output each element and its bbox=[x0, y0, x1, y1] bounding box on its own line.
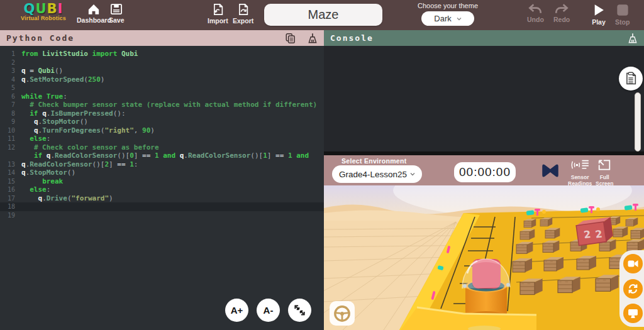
code-line: 8 if q.IsBumperPressed(): bbox=[0, 109, 324, 118]
console-title: Console bbox=[330, 33, 374, 43]
chevron-down-icon bbox=[457, 16, 462, 21]
code-line: 15 break bbox=[0, 177, 324, 186]
play-icon bbox=[592, 3, 606, 17]
import-button[interactable]: Import bbox=[208, 3, 228, 25]
play-label: Play bbox=[592, 18, 606, 26]
bow-logo bbox=[540, 162, 561, 182]
export-icon bbox=[237, 3, 249, 16]
rotate-view-icon bbox=[628, 283, 638, 294]
theme-label: Choose your theme bbox=[408, 2, 488, 9]
collapse-panel-button[interactable] bbox=[288, 299, 311, 322]
camera-icon bbox=[628, 259, 638, 268]
stop-icon bbox=[616, 3, 630, 17]
dashboard-button[interactable]: Dashboard bbox=[77, 3, 111, 24]
environment-label: Select Environment bbox=[341, 157, 406, 165]
floppy-icon bbox=[110, 3, 123, 15]
fullscreen-button[interactable]: FullScreen bbox=[596, 159, 613, 187]
document-icon bbox=[625, 72, 637, 85]
play-button[interactable]: Play bbox=[592, 3, 606, 26]
app-window: QUBI Virtual Robotics Dashboard Save Imp… bbox=[0, 0, 644, 330]
app-logo: QUBI Virtual Robotics bbox=[6, 1, 80, 21]
sensor-readings-icon bbox=[570, 159, 589, 173]
theme-select[interactable]: Dark bbox=[421, 11, 474, 26]
stop-label: Stop bbox=[615, 18, 630, 26]
fullscreen-label-1: Full bbox=[600, 174, 609, 180]
right-column: Console Select Environment Grade4-Lesson… bbox=[324, 30, 644, 330]
redo-button[interactable]: Redo bbox=[553, 3, 570, 23]
code-line: 3q = Qubi() bbox=[0, 67, 324, 75]
undo-icon bbox=[528, 3, 543, 14]
logo-subtitle: Virtual Robotics bbox=[6, 15, 80, 21]
code-line: 10 q.TurnForDegrees("right", 90) bbox=[0, 126, 324, 135]
home-icon bbox=[87, 3, 101, 15]
redo-label: Redo bbox=[553, 16, 570, 23]
code-line: 13q.ReadColorSensor()[2] == 1: bbox=[0, 160, 324, 169]
sim-header: Select Environment Grade4-Lesson25 00:00… bbox=[324, 155, 644, 185]
logo-letters: QUBI bbox=[6, 1, 80, 16]
clean-console-icon[interactable] bbox=[628, 33, 638, 44]
code-line: 5 bbox=[0, 84, 324, 92]
console-scrollbar[interactable] bbox=[635, 92, 641, 151]
camera-controls bbox=[619, 250, 644, 327]
dashboard-label: Dashboard bbox=[77, 16, 111, 24]
code-line: if q.ReadColorSensor()[0] == 1 and q.Rea… bbox=[0, 151, 324, 160]
rotate-view-button[interactable] bbox=[623, 279, 643, 299]
code-panel: Python Code 1from LivitStudio import Qub… bbox=[0, 30, 324, 330]
code-panel-title: Python Code bbox=[6, 33, 74, 43]
code-line: 18 bbox=[0, 202, 324, 211]
collapse-icon bbox=[294, 304, 306, 316]
code-editor[interactable]: 1from LivitStudio import Qubi23q = Qubi(… bbox=[0, 46, 324, 330]
code-line: 7 # Check bumper sensor state (replace w… bbox=[0, 101, 324, 109]
code-panel-header: Python Code bbox=[0, 30, 324, 46]
theme-chooser: Choose your theme Dark bbox=[408, 2, 488, 26]
simulation-viewport[interactable]: 2 2 bbox=[324, 185, 644, 330]
console-header: Console bbox=[324, 30, 644, 46]
save-label: Save bbox=[109, 16, 125, 24]
monitor-icon bbox=[628, 309, 638, 319]
console-log-button[interactable] bbox=[619, 67, 643, 91]
sensor-readings-button[interactable]: SensorReadings bbox=[568, 159, 592, 187]
code-line: 11 else: bbox=[0, 135, 324, 143]
import-label: Import bbox=[208, 17, 228, 25]
font-decrease-button[interactable]: A- bbox=[257, 299, 280, 322]
console-output bbox=[324, 46, 644, 151]
code-line: 12 # Check color sensor as before bbox=[0, 143, 324, 152]
theme-selected-value: Dark bbox=[434, 14, 451, 23]
steering-wheel-icon bbox=[333, 305, 351, 322]
clean-code-icon[interactable] bbox=[308, 33, 318, 44]
code-line: 16 else: bbox=[0, 185, 324, 194]
code-line: 14q.StopMotor() bbox=[0, 168, 324, 177]
environment-selected-value: Grade4-Lesson25 bbox=[339, 170, 407, 179]
sensor-readings-label-1: Sensor bbox=[571, 174, 589, 180]
undo-label: Undo bbox=[527, 16, 544, 23]
drive-mode-button[interactable] bbox=[330, 301, 355, 326]
import-icon bbox=[212, 3, 224, 16]
editor-controls: A+ A- bbox=[225, 299, 311, 322]
simulation-timer: 00:00:00 bbox=[454, 162, 516, 182]
chevron-down-icon bbox=[410, 172, 415, 177]
undo-button[interactable]: Undo bbox=[527, 3, 544, 23]
code-line: 6while True: bbox=[0, 92, 324, 101]
environment-select[interactable]: Grade4-Lesson25 bbox=[332, 165, 422, 183]
save-button[interactable]: Save bbox=[109, 3, 125, 24]
fullscreen-icon bbox=[597, 159, 611, 173]
code-line: 17 q.Drive("forward") bbox=[0, 194, 324, 203]
project-title[interactable]: Maze bbox=[264, 4, 382, 26]
stop-button[interactable]: Stop bbox=[615, 3, 630, 26]
code-line: 2 bbox=[0, 58, 324, 67]
maze-scene: 2 2 bbox=[324, 185, 644, 330]
font-increase-button[interactable]: A+ bbox=[225, 299, 248, 322]
export-button[interactable]: Export bbox=[233, 3, 253, 25]
top-toolbar: QUBI Virtual Robotics Dashboard Save Imp… bbox=[0, 0, 644, 30]
screen-view-button[interactable] bbox=[623, 304, 643, 323]
code-line: 1from LivitStudio import Qubi bbox=[0, 50, 324, 58]
code-line: 4q.SetMotorSpeed(250) bbox=[0, 75, 324, 84]
code-line: 9 q.StopMotor() bbox=[0, 118, 324, 126]
export-label: Export bbox=[233, 17, 253, 25]
redo-icon bbox=[554, 3, 569, 14]
code-line: 19 bbox=[0, 211, 324, 220]
camera-view-button[interactable] bbox=[623, 254, 643, 273]
copy-icon[interactable] bbox=[285, 33, 296, 44]
